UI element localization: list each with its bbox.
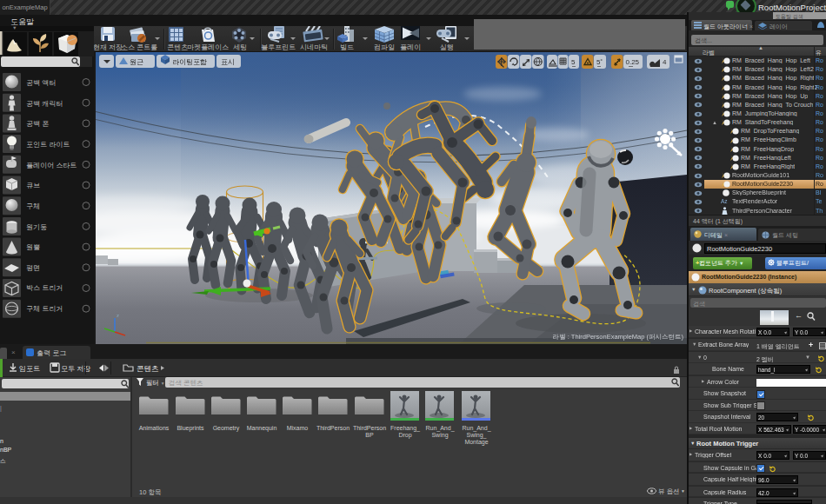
- svg-text:4: 4: [663, 58, 667, 66]
- svg-text:라이팅포함: 라이팅포함: [172, 58, 207, 66]
- svg-text:z: z: [117, 313, 119, 318]
- svg-text:5: 5: [571, 58, 576, 66]
- svg-text:표시: 표시: [221, 58, 235, 66]
- svg-text:0.25: 0.25: [626, 58, 640, 66]
- svg-text:원근: 원근: [130, 58, 143, 66]
- svg-text:5˚: 5˚: [596, 58, 603, 66]
- svg-text:라벨 : ThirdPersonExampleMap (퍼시: 라벨 : ThirdPersonExampleMap (퍼시스턴트): [553, 333, 684, 341]
